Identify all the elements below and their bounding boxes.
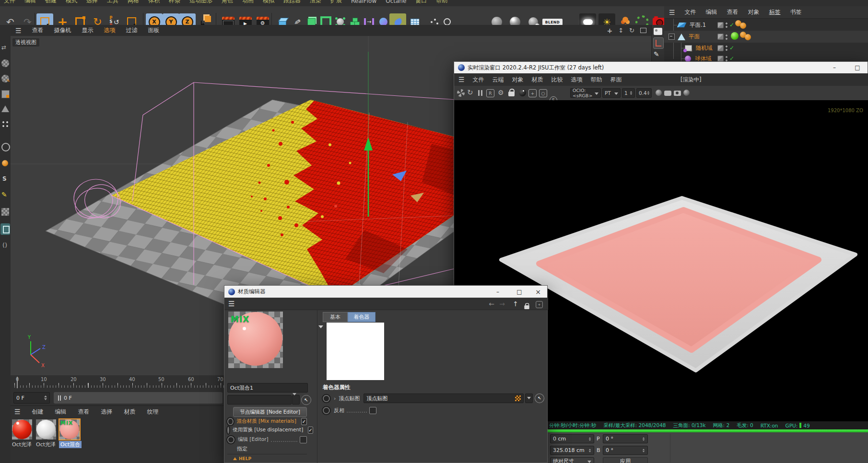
oct-menu-materials[interactable]: 材质 xyxy=(532,76,543,84)
menu-create[interactable]: 创建 xyxy=(45,0,57,5)
tab-basic[interactable]: 基本 xyxy=(323,312,348,322)
om-menu-tags[interactable]: 标签 xyxy=(769,8,781,16)
workplane-pen-icon[interactable]: ✎ xyxy=(1,191,7,198)
menu-simulate[interactable]: 模拟 xyxy=(263,0,274,5)
material-name[interactable]: Oct光泽 xyxy=(36,441,56,448)
pick-arrow-button[interactable]: ↖ xyxy=(535,394,544,403)
channel-radio[interactable] xyxy=(227,418,234,425)
region-scale-spinner[interactable]: 0.4 xyxy=(636,88,652,98)
brackets-icon[interactable]: () xyxy=(2,242,7,249)
mm-menu-select[interactable]: 选择 xyxy=(101,408,113,416)
object-label[interactable]: 平面 xyxy=(689,33,700,40)
material-preview[interactable]: MIX xyxy=(228,312,283,368)
mix-checkbox[interactable] xyxy=(301,418,307,425)
mm-menu-material[interactable]: 材质 xyxy=(124,408,136,416)
maximize-button[interactable]: □ xyxy=(513,286,526,298)
expand-toggle-icon[interactable] xyxy=(669,34,675,40)
material-thumb-mix-selected[interactable]: MIX xyxy=(59,419,80,440)
menu-spline[interactable]: 样条 xyxy=(169,0,180,5)
maximize-button[interactable]: □ xyxy=(851,62,864,73)
channel-radio[interactable] xyxy=(323,407,330,414)
enable-check-icon[interactable]: ✓ xyxy=(729,45,734,51)
texture-mode-icon[interactable]: ✎ xyxy=(1,75,9,82)
preview-size-dropdown[interactable] xyxy=(227,395,292,405)
material-tag-icon[interactable] xyxy=(745,34,751,40)
frame-spinner[interactable] xyxy=(44,394,47,402)
viewport-dolly-icon[interactable]: ↕ xyxy=(618,27,623,34)
viewport-menu-camera[interactable]: 摄像机 xyxy=(54,26,71,35)
lock-icon[interactable] xyxy=(524,305,529,309)
object-label[interactable]: 球体域 xyxy=(695,55,712,62)
om-menu-view[interactable]: 查看 xyxy=(727,8,739,16)
polygon-mode-icon[interactable] xyxy=(1,143,10,151)
material-ball-icon[interactable] xyxy=(683,90,690,96)
object-label[interactable]: 随机域 xyxy=(696,45,713,52)
oct-menu-interface[interactable]: 界面 xyxy=(610,76,622,84)
visibility-dots-icon[interactable] xyxy=(726,22,727,28)
close-button[interactable]: × xyxy=(532,286,544,298)
visibility-dots-icon[interactable] xyxy=(726,56,727,61)
coordinates-palette-icon[interactable] xyxy=(653,37,664,49)
menu-mode[interactable]: 模式 xyxy=(66,0,77,5)
menu-realflow[interactable]: RealFlow xyxy=(351,0,376,4)
om-menu-file[interactable]: 文件 xyxy=(685,8,696,16)
hamburger-icon[interactable]: ☰ xyxy=(15,27,22,35)
invert-row[interactable]: 反相 xyxy=(323,405,419,415)
visibility-dots-icon[interactable] xyxy=(726,45,727,51)
viewport-menu-filter[interactable]: 过滤 xyxy=(126,26,138,35)
nav-up-icon[interactable]: ↑ xyxy=(513,300,518,308)
object-row[interactable]: ✕ 随机域 ✓ xyxy=(664,43,868,53)
menu-select[interactable]: 选择 xyxy=(86,0,98,5)
nav-back-icon[interactable]: ← xyxy=(489,300,494,308)
camera-capture-icon[interactable] xyxy=(674,91,681,96)
material-tag-icon[interactable] xyxy=(740,23,746,29)
viewport-maximize-icon[interactable] xyxy=(640,28,646,33)
minimize-button[interactable]: – xyxy=(492,286,504,298)
viewport-menu-display[interactable]: 显示 xyxy=(82,26,94,35)
lock-resolution-icon[interactable] xyxy=(508,92,515,96)
menu-character[interactable]: 角色 xyxy=(222,0,233,5)
menu-render[interactable]: 渲染 xyxy=(310,0,321,5)
timeline-ruler[interactable]: 0 10 20 30 40 50 60 70 xyxy=(13,377,229,389)
blend-mode-badge[interactable]: BLEND xyxy=(542,19,563,25)
menu-mograph[interactable]: 运动图形 xyxy=(189,0,212,5)
object-row[interactable]: 球体域 ✓ xyxy=(664,53,868,61)
film-region-icon[interactable] xyxy=(664,91,671,96)
object-mode-icon[interactable] xyxy=(1,90,10,98)
mm-menu-edit[interactable]: 编辑 xyxy=(55,408,67,416)
effector-tag-icon[interactable] xyxy=(731,32,739,40)
channel-radio[interactable] xyxy=(227,436,235,443)
point-mode-icon[interactable] xyxy=(1,105,9,112)
texture-tile-icon[interactable] xyxy=(1,208,9,216)
menu-volume[interactable]: 体积 xyxy=(148,0,160,5)
material-thumb-gloss2[interactable] xyxy=(36,419,56,440)
settings-gear-icon[interactable]: ⚙ xyxy=(498,89,504,96)
menu-extensions[interactable]: 扩展 xyxy=(330,0,342,5)
expand-arrow-icon[interactable]: › xyxy=(334,395,336,402)
view-label[interactable]: 透视视图 xyxy=(12,38,39,46)
tab-shader-active[interactable]: 着色器 xyxy=(348,312,375,322)
pause-render-icon[interactable] xyxy=(478,90,482,96)
editor-checkbox[interactable] xyxy=(300,436,307,443)
menu-tools[interactable]: 工具 xyxy=(107,0,118,5)
kernel-dropdown[interactable]: PT xyxy=(602,88,621,98)
menu-animate[interactable]: 动画 xyxy=(242,0,254,5)
menu-window[interactable]: 窗口 xyxy=(415,0,427,5)
mograph-mode-icon[interactable] xyxy=(2,160,8,166)
collapse-arrow-icon[interactable] xyxy=(318,325,323,331)
channel-radio[interactable] xyxy=(227,427,229,434)
timeline-range-bar[interactable]: 0 F xyxy=(54,392,223,404)
material-name-selected[interactable]: Oct混合 xyxy=(59,441,82,448)
minimize-button[interactable]: – xyxy=(828,62,841,73)
make-editable-icon[interactable]: ⇄ xyxy=(1,44,9,52)
object-pass-icon[interactable]: ○ xyxy=(539,89,547,97)
ocio-dropdown[interactable]: OCIO:<sRGB> xyxy=(570,88,601,98)
oct-menu-cloud[interactable]: 云端 xyxy=(493,76,504,84)
nav-forward-icon[interactable]: → xyxy=(499,300,505,308)
preview-ball-icon[interactable] xyxy=(656,90,662,96)
reset-icon[interactable]: R xyxy=(486,89,494,97)
help-section[interactable]: HELP xyxy=(233,456,251,461)
layer-toggle-icon[interactable] xyxy=(717,22,724,28)
menu-edit[interactable]: 编辑 xyxy=(24,0,36,5)
viewport-menu-view[interactable]: 查看 xyxy=(32,26,44,35)
